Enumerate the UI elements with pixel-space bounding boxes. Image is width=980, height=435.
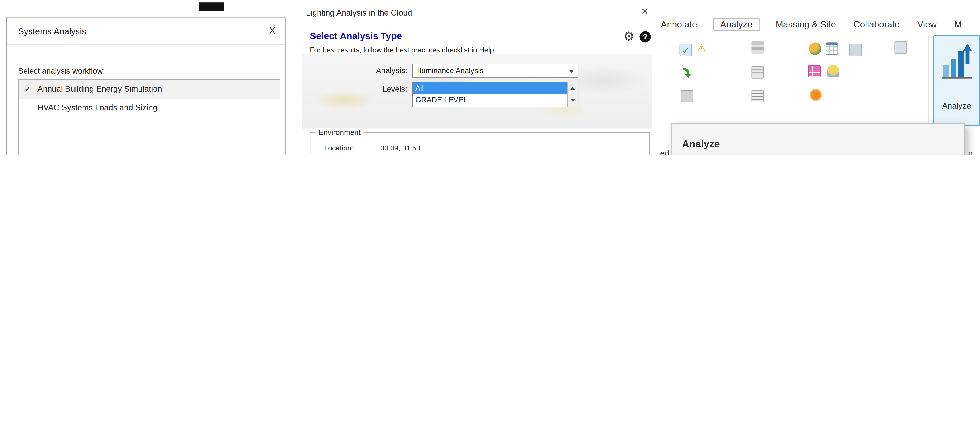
warning-icon[interactable]: ⚠ [695, 42, 708, 55]
analysis-type-select[interactable]: Illuminance Analysis [412, 64, 578, 78]
screen-artifact [199, 2, 224, 11]
screenshot-canvas: Systems Analysis X Select analysis workf… [0, 0, 980, 156]
dialog-title: Systems Analysis [18, 26, 86, 37]
tooltip-title: Analyze [682, 138, 720, 149]
workflow-list[interactable]: ✓ Annual Building Energy Simulation HVAC… [18, 79, 280, 156]
route-icon[interactable] [810, 89, 822, 101]
location-label: Location: [324, 144, 353, 152]
location-value: 30.09, 31.50 [380, 144, 420, 152]
audit-check-icon[interactable]: ✓ [680, 44, 692, 56]
workflow-item-label: HVAC Systems Loads and Sizing [38, 103, 157, 113]
levels-list[interactable]: All GRADE LEVEL [412, 82, 578, 108]
list-item-hvac-loads[interactable]: HVAC Systems Loads and Sizing [19, 98, 280, 117]
tab-view[interactable]: View [916, 19, 938, 30]
list-icon[interactable] [751, 90, 764, 102]
check-icon: ✓ [24, 80, 31, 98]
systems-analysis-dialog: Systems Analysis X Select analysis workf… [6, 17, 286, 156]
tab-annotate[interactable]: Annotate [660, 19, 698, 30]
panel-icon[interactable] [850, 44, 862, 56]
level-item-grade-level[interactable]: GRADE LEVEL [413, 94, 567, 106]
ribbon-tab-bar: Annotate Analyze Massing & Site Collabor… [660, 16, 980, 33]
scroll-up-icon[interactable] [568, 82, 578, 94]
scroll-down-icon[interactable] [568, 94, 578, 106]
schedule-icon[interactable] [826, 42, 838, 55]
bar-chart-icon [942, 42, 972, 80]
analyze-tooltip: Analyze (Tech Preview) Analyzes the carb… [671, 123, 965, 156]
workflow-label: Select analysis workflow: [18, 67, 105, 76]
close-icon[interactable]: × [641, 5, 648, 18]
heatmap-grid-icon[interactable] [808, 65, 821, 77]
layers-icon[interactable] [751, 41, 764, 54]
panel2-icon[interactable] [894, 41, 907, 54]
title-separator [7, 44, 285, 45]
dialog-title: Lighting Analysis in the Cloud [306, 8, 412, 17]
tab-collaborate[interactable]: Collaborate [852, 19, 901, 30]
tab-analyze[interactable]: Analyze [713, 18, 759, 30]
levels-label: Levels: [356, 85, 407, 94]
sun-path-icon[interactable] [809, 42, 821, 55]
analyze-carbon-button[interactable]: Analyze [933, 35, 980, 126]
clipped-text-fragment: ed [660, 149, 670, 156]
lighting-analysis-dialog: Lighting Analysis in the Cloud × Select … [300, 0, 657, 156]
green-arrow-icon[interactable] [681, 66, 693, 79]
level-item-all[interactable]: All [413, 82, 567, 94]
analysis-label: Analysis: [356, 66, 407, 75]
analyze-button-label: Analyze [934, 101, 979, 110]
clipboard-icon[interactable] [751, 66, 764, 79]
help-icon[interactable]: ? [640, 31, 651, 42]
environment-group: Environment Location: 30.09, 31.50 Date/… [310, 132, 649, 156]
chevron-down-icon [569, 70, 574, 73]
list-item-annual-energy[interactable]: ✓ Annual Building Energy Simulation [19, 80, 280, 98]
lighting-icon[interactable] [827, 65, 839, 77]
clipped-text-fragment: n [968, 149, 973, 156]
environment-group-title: Environment [315, 128, 364, 137]
tab-massing-site[interactable]: Massing & Site [774, 19, 837, 30]
close-icon[interactable]: X [269, 25, 275, 36]
gear-icon[interactable]: ⚙ [624, 29, 635, 44]
analysis-type-value: Illuminance Analysis [416, 66, 483, 75]
workflow-item-label: Annual Building Energy Simulation [38, 84, 162, 94]
levels-scrollbar[interactable] [567, 82, 578, 106]
systems-icon[interactable] [681, 90, 693, 102]
ribbon-separator [928, 36, 929, 124]
select-analysis-type-heading: Select Analysis Type [310, 30, 402, 41]
best-practices-note: For best results, follow the best practi… [310, 46, 494, 54]
tab-manage[interactable]: M [953, 19, 963, 30]
